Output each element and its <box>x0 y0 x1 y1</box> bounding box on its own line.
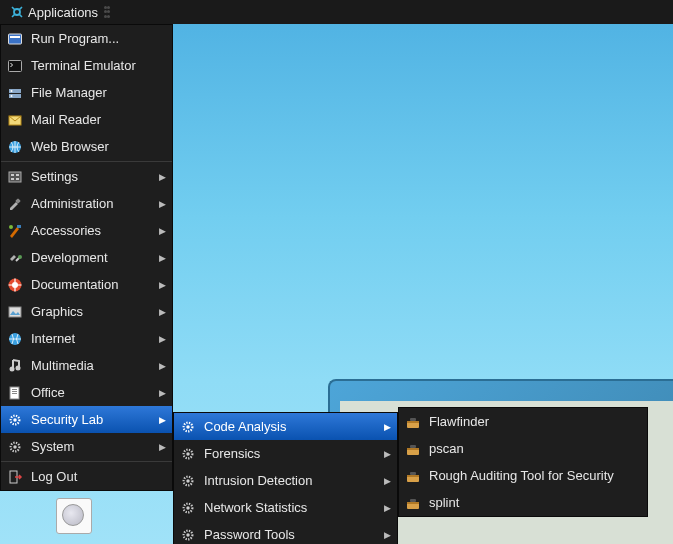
top-panel: Applications <box>0 0 673 24</box>
svg-point-7 <box>11 95 13 97</box>
svg-point-24 <box>16 365 21 370</box>
chevron-right-icon: ▶ <box>159 307 166 317</box>
svg-rect-46 <box>410 418 416 421</box>
svg-point-6 <box>11 90 13 92</box>
office-icon <box>7 385 23 401</box>
file-manager-icon <box>7 85 23 101</box>
svg-rect-28 <box>12 393 17 394</box>
chevron-right-icon: ▶ <box>384 422 391 432</box>
submenu-rats[interactable]: Rough Auditing Tool for Security <box>399 462 647 489</box>
menu-log-out[interactable]: Log Out <box>1 463 172 490</box>
gear-icon <box>180 419 196 435</box>
menu-mail-reader[interactable]: Mail Reader <box>1 106 172 133</box>
terminal-icon <box>7 58 23 74</box>
svg-rect-11 <box>11 174 14 176</box>
svg-point-35 <box>186 425 190 429</box>
chevron-right-icon: ▶ <box>159 415 166 425</box>
submenu-password-tools[interactable]: Password Tools ▶ <box>174 521 397 544</box>
chevron-right-icon: ▶ <box>159 388 166 398</box>
menu-security-lab[interactable]: Security Lab ▶ <box>1 406 172 433</box>
menu-accessories[interactable]: Accessories ▶ <box>1 217 172 244</box>
desktop-disk-icon[interactable] <box>52 498 96 534</box>
svg-rect-49 <box>410 445 416 448</box>
multimedia-icon <box>7 358 23 374</box>
help-icon <box>7 277 23 293</box>
settings-icon <box>7 169 23 185</box>
run-icon <box>7 31 23 47</box>
toolbox-icon <box>405 495 421 511</box>
svg-rect-3 <box>9 60 22 71</box>
svg-rect-21 <box>9 307 21 317</box>
chevron-right-icon: ▶ <box>159 226 166 236</box>
menu-separator <box>1 461 172 462</box>
graphics-icon <box>7 304 23 320</box>
gear-icon <box>7 412 23 428</box>
gear-icon <box>7 439 23 455</box>
gear-icon <box>180 446 196 462</box>
menu-documentation[interactable]: Documentation ▶ <box>1 271 172 298</box>
submenu-forensics[interactable]: Forensics ▶ <box>174 440 397 467</box>
svg-rect-10 <box>9 172 21 182</box>
submenu-code-analysis[interactable]: Code Analysis ▶ <box>174 413 397 440</box>
menu-terminal[interactable]: Terminal Emulator <box>1 52 172 79</box>
menu-development[interactable]: Development ▶ <box>1 244 172 271</box>
code-analysis-submenu: Flawfinder pscan Rough Auditing Tool for… <box>398 407 648 517</box>
menu-multimedia[interactable]: Multimedia ▶ <box>1 352 172 379</box>
submenu-network-statistics[interactable]: Network Statistics ▶ <box>174 494 397 521</box>
svg-rect-14 <box>16 178 19 180</box>
globe-icon <box>7 139 23 155</box>
chevron-right-icon: ▶ <box>159 172 166 182</box>
applications-menu: Run Program... Terminal Emulator File Ma… <box>0 24 173 491</box>
menu-settings[interactable]: Settings ▶ <box>1 163 172 190</box>
svg-point-43 <box>186 533 190 537</box>
security-lab-submenu: Code Analysis ▶ Forensics ▶ Intrusion De… <box>173 412 398 544</box>
chevron-right-icon: ▶ <box>384 503 391 513</box>
menu-administration[interactable]: Administration ▶ <box>1 190 172 217</box>
distro-logo-icon <box>10 5 24 19</box>
svg-point-39 <box>186 479 190 483</box>
logout-icon <box>7 469 23 485</box>
svg-rect-45 <box>407 421 419 423</box>
submenu-flawfinder[interactable]: Flawfinder <box>399 408 647 435</box>
svg-rect-54 <box>407 502 419 504</box>
menu-separator <box>1 161 172 162</box>
svg-rect-12 <box>16 174 19 176</box>
chevron-right-icon: ▶ <box>384 449 391 459</box>
applications-menu-button[interactable]: Applications <box>4 0 104 24</box>
toolbox-icon <box>405 468 421 484</box>
svg-point-41 <box>186 506 190 510</box>
hard-disk-icon <box>56 498 92 534</box>
svg-rect-26 <box>12 389 17 390</box>
submenu-splint[interactable]: splint <box>399 489 647 516</box>
svg-point-32 <box>13 445 17 449</box>
menu-file-manager[interactable]: File Manager <box>1 79 172 106</box>
menu-graphics[interactable]: Graphics ▶ <box>1 298 172 325</box>
menu-run-program[interactable]: Run Program... <box>1 25 172 52</box>
applications-menu-label: Applications <box>28 5 98 20</box>
accessories-icon <box>7 223 23 239</box>
svg-rect-13 <box>11 178 14 180</box>
menu-system[interactable]: System ▶ <box>1 433 172 460</box>
svg-rect-55 <box>410 499 416 502</box>
submenu-pscan[interactable]: pscan <box>399 435 647 462</box>
menu-internet[interactable]: Internet ▶ <box>1 325 172 352</box>
chevron-right-icon: ▶ <box>159 361 166 371</box>
chevron-right-icon: ▶ <box>159 442 166 452</box>
svg-rect-1 <box>9 34 22 44</box>
internet-icon <box>7 331 23 347</box>
admin-icon <box>7 196 23 212</box>
submenu-intrusion-detection[interactable]: Intrusion Detection ▶ <box>174 467 397 494</box>
menu-web-browser[interactable]: Web Browser <box>1 133 172 160</box>
svg-point-20 <box>12 282 18 288</box>
chevron-right-icon: ▶ <box>159 280 166 290</box>
chevron-right-icon: ▶ <box>384 530 391 540</box>
gear-icon <box>180 500 196 516</box>
svg-rect-52 <box>410 472 416 475</box>
menu-office[interactable]: Office ▶ <box>1 379 172 406</box>
gear-icon <box>180 473 196 489</box>
chevron-right-icon: ▶ <box>159 334 166 344</box>
chevron-right-icon: ▶ <box>384 476 391 486</box>
svg-point-23 <box>10 366 15 371</box>
development-icon <box>7 250 23 266</box>
svg-point-30 <box>13 418 17 422</box>
